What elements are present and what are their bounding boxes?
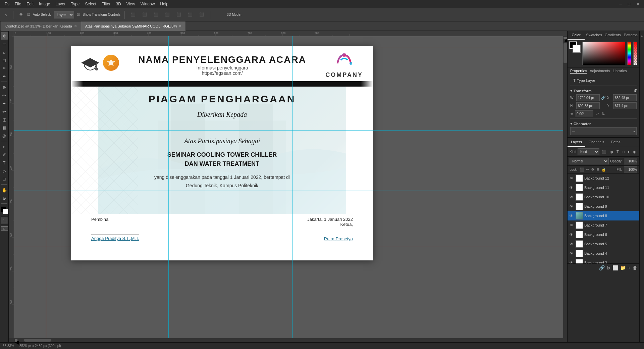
auto-select-dropdown[interactable]: Layer Group — [54, 11, 74, 18]
transform-controls-checkbox[interactable]: ☑ — [77, 13, 80, 16]
tab-atas-partisipasinya[interactable]: Atas Partisipasinya Sebagai SEMINAR COOL… — [81, 21, 186, 31]
hand-tool[interactable]: ✋ — [1, 186, 8, 194]
align-bottom-button[interactable]: ⬛ — [186, 11, 195, 18]
type-tool[interactable]: T — [1, 159, 8, 166]
eye-bg9[interactable]: 👁 — [570, 204, 574, 208]
layer-item-bg3[interactable]: 👁 Background 3 — [568, 258, 639, 263]
y-input[interactable] — [613, 102, 637, 109]
lock-artboard-btn[interactable]: ⊞ — [596, 167, 599, 172]
link-icon[interactable]: 🔗 — [601, 96, 606, 100]
filter-smart-btn[interactable]: ♦ — [627, 149, 631, 154]
scroll-left-arrow[interactable]: ◀ — [15, 339, 17, 342]
width-input[interactable] — [576, 94, 600, 101]
eye-bg8[interactable]: 👁 — [570, 214, 574, 218]
tab-close-1[interactable]: ✕ — [74, 24, 77, 28]
hue-slider[interactable] — [627, 42, 631, 65]
menu-filter[interactable]: Filter — [100, 1, 113, 7]
spot-heal-tool[interactable]: ⊕ — [1, 84, 8, 91]
align-right-button[interactable]: ⬛ — [152, 11, 160, 18]
eye-bg12[interactable]: 👁 — [570, 176, 574, 180]
menu-window[interactable]: Window — [139, 1, 157, 7]
eye-bg6[interactable]: 👁 — [570, 233, 574, 237]
lock-pixel-btn[interactable]: ✏ — [586, 167, 589, 172]
scroll-thumb-v[interactable] — [564, 43, 567, 63]
more-options-button[interactable]: ... — [214, 12, 221, 18]
menu-layer[interactable]: Layer — [53, 1, 67, 7]
add-fx-button[interactable]: fx — [607, 265, 610, 270]
panel-collapse-handle[interactable]: » — [639, 31, 644, 342]
font-family-input[interactable]: — ▾ — [570, 127, 637, 135]
layer-item-bg12[interactable]: 👁 Background 12 — [568, 173, 639, 183]
tab-gradients[interactable]: Gradients — [603, 31, 622, 40]
object-select-tool[interactable]: ◻ — [1, 56, 8, 64]
quick-mask-button[interactable]: ⬛ — [1, 217, 8, 224]
foreground-color[interactable] — [1, 207, 8, 214]
menu-help[interactable]: Help — [158, 1, 170, 7]
gradient-tool[interactable]: ▦ — [1, 124, 8, 131]
eye-bg7[interactable]: 👁 — [570, 223, 574, 227]
collapse-icon[interactable]: ▾ — [570, 89, 572, 93]
blend-mode-dropdown[interactable]: Normal — [570, 158, 609, 164]
layers-tab-paths[interactable]: Paths — [608, 138, 624, 147]
align-right-edge-button[interactable]: ⬛ — [197, 11, 206, 18]
screen-mode-button[interactable]: □ — [1, 226, 8, 231]
crop-tool[interactable]: ⌗ — [1, 64, 8, 72]
filter-type-btn[interactable]: T — [615, 149, 620, 154]
eye-bg4[interactable]: 👁 — [570, 251, 574, 255]
brush-tool[interactable]: ✏ — [1, 92, 8, 99]
tab-contoh-psd[interactable]: Contoh.psd @ 33.3% (Diberikan Kepada ✕ — [1, 21, 81, 31]
height-input[interactable] — [576, 102, 600, 109]
new-group-button[interactable]: 📁 — [620, 265, 626, 270]
scroll-thumb-h[interactable] — [24, 339, 51, 342]
add-mask-button[interactable]: ⬜ — [612, 265, 618, 270]
lock-position-btn[interactable]: ✥ — [591, 167, 594, 172]
color-gradient-picker[interactable] — [582, 42, 625, 65]
tab-patterns[interactable]: Patterns — [622, 31, 639, 40]
kind-dropdown[interactable]: Kind — [578, 148, 599, 155]
align-top-button[interactable]: ⬛ — [163, 11, 172, 18]
layers-tab-channels[interactable]: Channels — [585, 138, 607, 147]
char-collapse-icon[interactable]: ▾ — [570, 121, 572, 126]
window-close[interactable]: ✕ — [634, 1, 641, 7]
menu-edit[interactable]: Edit — [24, 1, 36, 7]
home-button[interactable]: ⌂ — [3, 12, 9, 18]
photoshop-canvas[interactable]: NAMA PENYELENGGARA ACARA Informasi penye… — [14, 36, 563, 338]
select-rectangle-tool[interactable]: ▭ — [1, 40, 8, 48]
prop-tab-properties[interactable]: Properties — [570, 69, 587, 74]
background-color-box[interactable] — [573, 45, 580, 52]
lock-all-btn[interactable]: 🔒 — [601, 167, 606, 172]
layer-item-bg6[interactable]: 👁 Background 6 — [568, 230, 639, 239]
align-center-v-button[interactable]: ⬛ — [174, 11, 183, 18]
layer-item-bg7[interactable]: 👁 Background 7 — [568, 220, 639, 230]
menu-view[interactable]: View — [124, 1, 137, 7]
menu-file[interactable]: File — [13, 1, 23, 7]
eye-bg5[interactable]: 👁 — [570, 242, 574, 246]
filter-toggle[interactable]: ◉ — [632, 149, 637, 154]
font-dropdown-arrow[interactable]: ▾ — [633, 130, 635, 133]
warp-icon[interactable]: ⤢ — [596, 112, 599, 116]
horizontal-scrollbar[interactable]: ◀ — [14, 338, 563, 342]
opacity-input[interactable] — [624, 158, 637, 164]
delete-layer-button[interactable]: 🗑 — [633, 265, 637, 270]
window-minimize[interactable]: ─ — [618, 1, 624, 7]
pen-tool[interactable]: ✐ — [1, 151, 8, 158]
layer-item-bg5[interactable]: 👁 Background 5 — [568, 239, 639, 249]
prop-tab-adjustments[interactable]: Adjustments — [590, 69, 610, 74]
eye-bg3[interactable]: 👁 — [570, 261, 574, 263]
layer-item-bg10[interactable]: 👁 Background 10 — [568, 192, 639, 202]
opacity-strip[interactable] — [633, 42, 637, 65]
lasso-tool[interactable]: ⌕ — [1, 48, 8, 56]
fill-input[interactable] — [624, 166, 637, 172]
add-link-button[interactable]: 🔗 — [599, 265, 605, 270]
layer-item-bg4[interactable]: 👁 Background 4 — [568, 249, 639, 258]
auto-select-checkbox[interactable]: ☑ — [27, 13, 30, 16]
flip-icon[interactable]: ⇅ — [602, 112, 605, 116]
menu-3d[interactable]: 3D — [114, 1, 123, 7]
shape-tool[interactable]: □ — [1, 175, 8, 183]
prop-tab-libraries[interactable]: Libraries — [613, 69, 627, 74]
lock-transparent-btn[interactable]: ⬛ — [580, 167, 584, 172]
blur-tool[interactable]: ◎ — [1, 132, 8, 139]
eye-bg10[interactable]: 👁 — [570, 195, 574, 199]
filter-pixel-btn[interactable]: ⬛ — [601, 149, 607, 154]
new-layer-button[interactable]: + — [628, 265, 631, 270]
